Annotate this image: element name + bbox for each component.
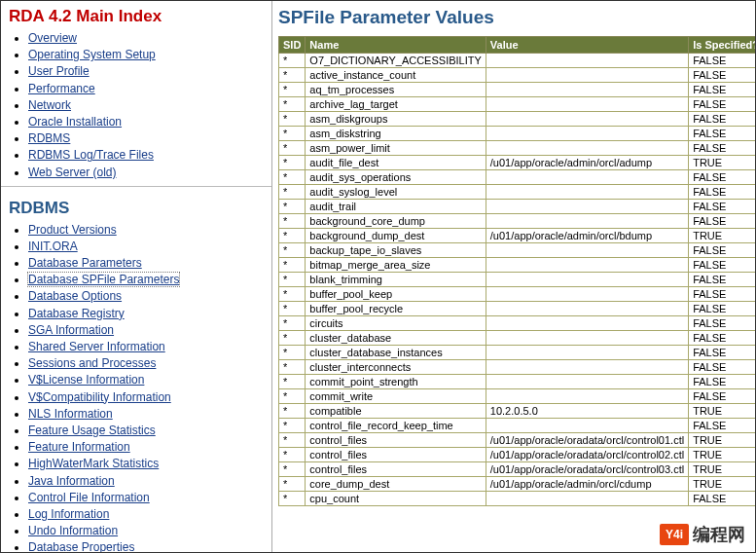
sidebar-link[interactable]: Database Options (28, 289, 122, 303)
sidebar-link[interactable]: Database SPFile Parameters (28, 273, 179, 286)
sidebar-link[interactable]: V$Compatibility Information (28, 390, 171, 404)
sidebar-item: Performance (28, 81, 271, 96)
sidebar-link[interactable]: Database Registry (28, 307, 125, 320)
column-header: SID (279, 37, 306, 54)
cell: * (279, 156, 306, 170)
sidebar-item: Java Information (28, 473, 271, 489)
cell (486, 214, 688, 229)
cell: /u01/app/oracle/oradata/orcl/control03.c… (486, 462, 688, 477)
sidebar-link[interactable]: Web Server (old) (28, 166, 116, 179)
sidebar-link[interactable]: Sessions and Processes (28, 356, 156, 370)
cell (486, 243, 688, 258)
main-content[interactable]: SPFile Parameter Values SIDNameValueIs S… (272, 1, 755, 552)
sidebar-link[interactable]: Oracle Installation (28, 115, 122, 129)
cell: compatible (306, 404, 486, 419)
sidebar-link[interactable]: Java Information (28, 474, 115, 488)
table-row: *audit_trailFALSE0 (279, 200, 756, 214)
cell: * (279, 389, 306, 404)
sidebar-link[interactable]: HighWaterMark Statistics (28, 457, 159, 470)
cell (486, 200, 688, 214)
table-row: *cpu_countFALSE0 (279, 492, 756, 506)
cell: * (279, 448, 306, 462)
table-row: *control_files/u01/app/oracle/oradata/or… (279, 448, 756, 462)
cell (486, 331, 688, 346)
sidebar-link[interactable]: User Profile (28, 64, 90, 78)
sidebar-link[interactable]: RDBMS Log/Trace Files (28, 148, 154, 162)
table-row: *core_dump_dest/u01/app/oracle/admin/orc… (279, 477, 756, 492)
cell: FALSE (689, 83, 755, 97)
table-row: *audit_syslog_levelFALSE0 (279, 185, 756, 200)
sidebar-link[interactable]: Shared Server Information (28, 340, 165, 353)
cell: TRUE (689, 462, 755, 477)
cell: blank_trimming (306, 273, 486, 287)
sidebar-link[interactable]: Undo Information (28, 524, 118, 537)
sidebar-link[interactable]: Feature Information (28, 440, 130, 454)
sidebar-link[interactable]: Performance (28, 82, 95, 95)
sidebar-item: V$License Information (28, 372, 271, 387)
table-row: *control_files/u01/app/oracle/oradata/or… (279, 462, 756, 477)
sidebar-item: Overview (28, 30, 271, 46)
sidebar-link[interactable]: RDBMS (28, 131, 70, 145)
cell: * (279, 127, 306, 141)
cell (486, 360, 688, 375)
column-header: Is Specified? (689, 37, 755, 54)
sidebar-item: Database Registry (28, 306, 271, 321)
sidebar-link[interactable]: Overview (28, 31, 77, 45)
sidebar-item: Database Parameters (28, 255, 271, 271)
cell: * (279, 346, 306, 360)
watermark-badge: Y4i (660, 524, 689, 545)
cell: * (279, 360, 306, 375)
table-row: *blank_trimmingFALSE0 (279, 273, 756, 287)
cell: * (279, 258, 306, 273)
table-row: *compatible10.2.0.5.0TRUE1 (279, 404, 756, 419)
sidebar-item: Sessions and Processes (28, 355, 271, 371)
sidebar-link[interactable]: Control File Information (28, 491, 150, 504)
sidebar-link[interactable]: Feature Usage Statistics (28, 424, 156, 437)
sidebar-item: NLS Information (28, 406, 271, 422)
sidebar-link[interactable]: INIT.ORA (28, 240, 78, 253)
table-row: *archive_lag_targetFALSE0 (279, 97, 756, 112)
cell: FALSE (689, 375, 755, 389)
cell: control_files (306, 433, 486, 448)
cell (486, 316, 688, 331)
sidebar-link[interactable]: Database Parameters (28, 256, 142, 270)
cell: control_files (306, 462, 486, 477)
sidebar-link[interactable]: Operating System Setup (28, 48, 156, 61)
cell: FALSE (689, 54, 755, 68)
table-row: *aq_tm_processesFALSE0 (279, 83, 756, 97)
cell: commit_point_strength (306, 375, 486, 389)
sidebar-item: Feature Usage Statistics (28, 423, 271, 438)
cell: TRUE (689, 448, 755, 462)
sidebar-nav[interactable]: RDA 4.2 Main Index OverviewOperating Sys… (1, 1, 272, 552)
cell: * (279, 185, 306, 200)
divider (1, 186, 271, 187)
cell (486, 127, 688, 141)
cell: FALSE (689, 185, 755, 200)
cell: * (279, 404, 306, 419)
sidebar-link[interactable]: Log Information (28, 507, 109, 521)
sidebar-link[interactable]: NLS Information (28, 407, 113, 421)
watermark: Y4i 编程网 (656, 521, 749, 548)
cell (486, 112, 688, 127)
cell: O7_DICTIONARY_ACCESSIBILITY (306, 54, 486, 68)
cell: FALSE (689, 346, 755, 360)
sidebar-item: Network (28, 97, 271, 113)
sidebar-link[interactable]: SGA Information (28, 323, 114, 337)
cell (486, 389, 688, 404)
cell (486, 375, 688, 389)
watermark-text: 编程网 (693, 523, 745, 546)
cell: TRUE (689, 229, 755, 243)
sidebar-item: User Profile (28, 63, 271, 79)
cell: * (279, 316, 306, 331)
cell (486, 346, 688, 360)
section-title-rdbms: RDBMS (1, 189, 271, 220)
sidebar-link[interactable]: Network (28, 98, 71, 112)
cell: * (279, 462, 306, 477)
section-title-main-index: RDA 4.2 Main Index (1, 1, 271, 28)
sidebar-link[interactable]: V$License Information (28, 373, 144, 387)
sidebar-link[interactable]: Database Properties (28, 540, 134, 552)
sidebar-link[interactable]: Product Versions (28, 223, 117, 237)
sidebar-item: HighWaterMark Statistics (28, 456, 271, 471)
cell: audit_sys_operations (306, 170, 486, 185)
cell: * (279, 331, 306, 346)
